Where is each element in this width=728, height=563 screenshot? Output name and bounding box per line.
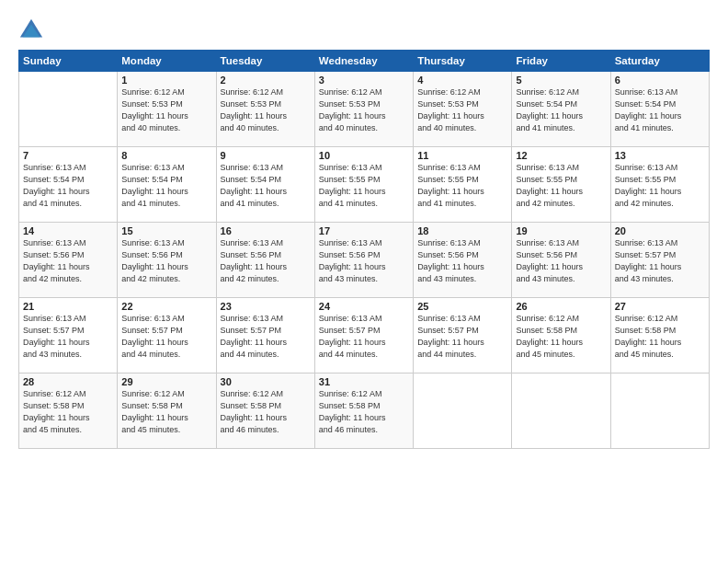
day-header-friday: Friday [512, 51, 610, 72]
calendar-cell: 2Sunrise: 6:12 AMSunset: 5:53 PMDaylight… [216, 72, 314, 147]
calendar-cell: 15Sunrise: 6:13 AMSunset: 5:56 PMDayligh… [118, 223, 216, 298]
day-number: 14 [23, 225, 113, 236]
day-number: 8 [121, 150, 211, 161]
calendar-cell: 11Sunrise: 6:13 AMSunset: 5:55 PMDayligh… [414, 147, 512, 223]
day-info: Sunrise: 6:13 AMSunset: 5:55 PMDaylight:… [319, 162, 409, 210]
day-header-saturday: Saturday [610, 51, 709, 72]
day-number: 11 [417, 150, 507, 161]
day-number: 7 [23, 150, 113, 161]
day-info: Sunrise: 6:13 AMSunset: 5:56 PMDaylight:… [417, 237, 507, 285]
calendar-cell: 21Sunrise: 6:13 AMSunset: 5:57 PMDayligh… [19, 298, 118, 373]
day-info: Sunrise: 6:13 AMSunset: 5:55 PMDaylight:… [615, 162, 705, 210]
day-number: 17 [319, 225, 409, 236]
day-info: Sunrise: 6:13 AMSunset: 5:57 PMDaylight:… [23, 313, 113, 361]
day-number: 16 [221, 225, 311, 236]
day-number: 29 [121, 376, 211, 387]
calendar-cell: 24Sunrise: 6:13 AMSunset: 5:57 PMDayligh… [314, 298, 413, 373]
day-number: 9 [221, 150, 311, 161]
calendar-cell: 8Sunrise: 6:13 AMSunset: 5:54 PMDaylight… [118, 147, 216, 223]
calendar-cell: 4Sunrise: 6:12 AMSunset: 5:53 PMDaylight… [414, 72, 512, 147]
calendar-week-row: 7Sunrise: 6:13 AMSunset: 5:54 PMDaylight… [19, 147, 710, 223]
page-container: SundayMondayTuesdayWednesdayThursdayFrid… [0, 0, 728, 458]
day-number: 4 [417, 75, 507, 86]
day-info: Sunrise: 6:13 AMSunset: 5:54 PMDaylight:… [121, 162, 211, 210]
calendar-cell: 3Sunrise: 6:12 AMSunset: 5:53 PMDaylight… [314, 72, 413, 147]
day-number: 10 [319, 150, 409, 161]
day-number: 3 [319, 75, 409, 86]
calendar-cell: 28Sunrise: 6:12 AMSunset: 5:58 PMDayligh… [19, 373, 118, 449]
day-info: Sunrise: 6:13 AMSunset: 5:56 PMDaylight:… [23, 237, 113, 285]
calendar-cell: 17Sunrise: 6:13 AMSunset: 5:56 PMDayligh… [314, 223, 413, 298]
day-info: Sunrise: 6:13 AMSunset: 5:56 PMDaylight:… [319, 237, 409, 285]
day-header-thursday: Thursday [414, 51, 512, 72]
calendar-cell: 29Sunrise: 6:12 AMSunset: 5:58 PMDayligh… [118, 373, 216, 449]
calendar-cell: 16Sunrise: 6:13 AMSunset: 5:56 PMDayligh… [216, 223, 314, 298]
day-number: 22 [121, 301, 211, 312]
day-number: 15 [121, 225, 211, 236]
day-header-monday: Monday [118, 51, 216, 72]
day-info: Sunrise: 6:13 AMSunset: 5:54 PMDaylight:… [615, 86, 705, 134]
day-info: Sunrise: 6:13 AMSunset: 5:56 PMDaylight:… [516, 237, 606, 285]
calendar-cell: 20Sunrise: 6:13 AMSunset: 5:57 PMDayligh… [610, 223, 709, 298]
calendar-cell: 22Sunrise: 6:13 AMSunset: 5:57 PMDayligh… [118, 298, 216, 373]
calendar-cell: 26Sunrise: 6:12 AMSunset: 5:58 PMDayligh… [512, 298, 610, 373]
day-number: 28 [23, 376, 113, 387]
header [18, 17, 710, 42]
day-info: Sunrise: 6:12 AMSunset: 5:58 PMDaylight:… [615, 313, 705, 361]
day-info: Sunrise: 6:13 AMSunset: 5:57 PMDaylight:… [121, 313, 211, 361]
day-number: 13 [615, 150, 705, 161]
day-header-tuesday: Tuesday [216, 51, 314, 72]
day-info: Sunrise: 6:12 AMSunset: 5:58 PMDaylight:… [221, 388, 311, 436]
day-info: Sunrise: 6:13 AMSunset: 5:57 PMDaylight:… [615, 237, 705, 285]
calendar-cell [414, 373, 512, 449]
calendar-cell: 9Sunrise: 6:13 AMSunset: 5:54 PMDaylight… [216, 147, 314, 223]
day-info: Sunrise: 6:13 AMSunset: 5:56 PMDaylight:… [221, 237, 311, 285]
calendar-week-row: 28Sunrise: 6:12 AMSunset: 5:58 PMDayligh… [19, 373, 710, 449]
day-number: 30 [221, 376, 311, 387]
calendar-header-row: SundayMondayTuesdayWednesdayThursdayFrid… [19, 51, 710, 72]
day-header-sunday: Sunday [19, 51, 118, 72]
day-info: Sunrise: 6:12 AMSunset: 5:53 PMDaylight:… [121, 86, 211, 134]
day-number: 21 [23, 301, 113, 312]
day-info: Sunrise: 6:12 AMSunset: 5:53 PMDaylight:… [417, 86, 507, 134]
calendar-cell: 5Sunrise: 6:12 AMSunset: 5:54 PMDaylight… [512, 72, 610, 147]
day-number: 24 [319, 301, 409, 312]
day-number: 23 [221, 301, 311, 312]
day-info: Sunrise: 6:12 AMSunset: 5:58 PMDaylight:… [516, 313, 606, 361]
day-info: Sunrise: 6:13 AMSunset: 5:55 PMDaylight:… [417, 162, 507, 210]
day-header-wednesday: Wednesday [314, 51, 413, 72]
day-info: Sunrise: 6:12 AMSunset: 5:53 PMDaylight:… [319, 86, 409, 134]
day-info: Sunrise: 6:12 AMSunset: 5:58 PMDaylight:… [121, 388, 211, 436]
calendar-week-row: 14Sunrise: 6:13 AMSunset: 5:56 PMDayligh… [19, 223, 710, 298]
logo-icon [18, 17, 44, 42]
calendar-cell: 7Sunrise: 6:13 AMSunset: 5:54 PMDaylight… [19, 147, 118, 223]
calendar-week-row: 21Sunrise: 6:13 AMSunset: 5:57 PMDayligh… [19, 298, 710, 373]
day-info: Sunrise: 6:13 AMSunset: 5:57 PMDaylight:… [221, 313, 311, 361]
day-info: Sunrise: 6:12 AMSunset: 5:53 PMDaylight:… [221, 86, 311, 134]
day-info: Sunrise: 6:13 AMSunset: 5:57 PMDaylight:… [319, 313, 409, 361]
calendar-cell: 31Sunrise: 6:12 AMSunset: 5:58 PMDayligh… [314, 373, 413, 449]
day-number: 5 [516, 75, 606, 86]
day-info: Sunrise: 6:12 AMSunset: 5:58 PMDaylight:… [319, 388, 409, 436]
calendar-cell: 13Sunrise: 6:13 AMSunset: 5:55 PMDayligh… [610, 147, 709, 223]
day-number: 25 [417, 301, 507, 312]
day-number: 26 [516, 301, 606, 312]
calendar-cell: 14Sunrise: 6:13 AMSunset: 5:56 PMDayligh… [19, 223, 118, 298]
day-info: Sunrise: 6:12 AMSunset: 5:58 PMDaylight:… [23, 388, 113, 436]
calendar-cell: 1Sunrise: 6:12 AMSunset: 5:53 PMDaylight… [118, 72, 216, 147]
calendar-cell: 10Sunrise: 6:13 AMSunset: 5:55 PMDayligh… [314, 147, 413, 223]
day-number: 20 [615, 225, 705, 236]
day-number: 1 [121, 75, 211, 86]
day-info: Sunrise: 6:12 AMSunset: 5:54 PMDaylight:… [516, 86, 606, 134]
calendar-cell: 19Sunrise: 6:13 AMSunset: 5:56 PMDayligh… [512, 223, 610, 298]
day-info: Sunrise: 6:13 AMSunset: 5:55 PMDaylight:… [516, 162, 606, 210]
calendar-cell: 18Sunrise: 6:13 AMSunset: 5:56 PMDayligh… [414, 223, 512, 298]
day-number: 19 [516, 225, 606, 236]
calendar-cell: 12Sunrise: 6:13 AMSunset: 5:55 PMDayligh… [512, 147, 610, 223]
calendar-table: SundayMondayTuesdayWednesdayThursdayFrid… [18, 50, 710, 449]
calendar-cell [512, 373, 610, 449]
day-info: Sunrise: 6:13 AMSunset: 5:57 PMDaylight:… [417, 313, 507, 361]
day-info: Sunrise: 6:13 AMSunset: 5:56 PMDaylight:… [121, 237, 211, 285]
day-number: 27 [615, 301, 705, 312]
calendar-cell: 23Sunrise: 6:13 AMSunset: 5:57 PMDayligh… [216, 298, 314, 373]
